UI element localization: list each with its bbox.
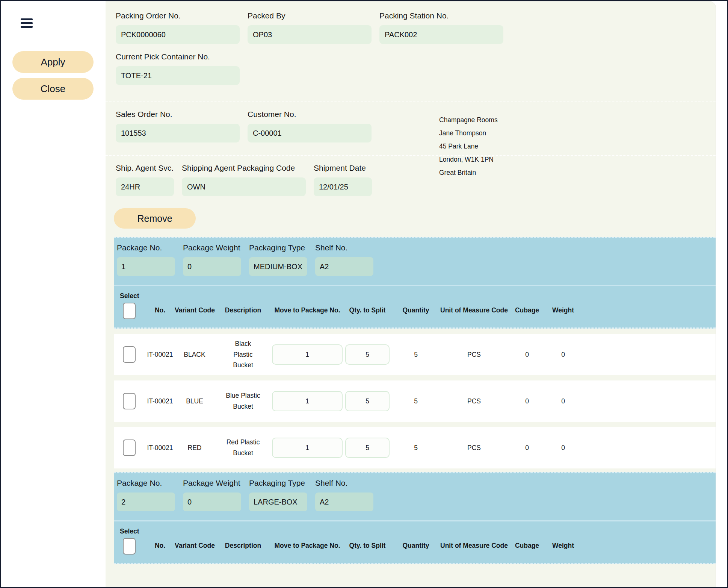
order-form: Packing Order No. Packed By Packing Stat… bbox=[106, 11, 716, 196]
ship-to-address: Champagne Rooms Jane Thompson 45 Park La… bbox=[439, 114, 498, 179]
cell-description: Blue Plastic Bucket bbox=[214, 390, 272, 412]
col-header-uom: Unit of Measure Code bbox=[440, 306, 508, 319]
cell-variant-code: BLUE bbox=[175, 396, 214, 407]
section-divider bbox=[106, 102, 716, 102]
cell-uom: PCS bbox=[440, 443, 508, 453]
package-weight-input[interactable] bbox=[183, 493, 241, 511]
package-header-labels: Package No. Package Weight Packaging Typ… bbox=[117, 479, 716, 488]
cell-move-to bbox=[272, 391, 343, 411]
shelf-no-label: Shelf No. bbox=[315, 243, 373, 252]
packing-station-input[interactable] bbox=[379, 25, 503, 44]
package-header-labels: Package No. Package Weight Packaging Typ… bbox=[117, 243, 716, 252]
cell-item-no: IT-00021 bbox=[145, 443, 175, 453]
customer-group: Customer No. bbox=[248, 110, 372, 142]
line-select-checkbox[interactable] bbox=[123, 346, 136, 363]
package-2-table-header: Select No. Variant Code Description Move… bbox=[114, 521, 716, 563]
ship-agent-svc-label: Ship. Agent Svc. bbox=[116, 164, 174, 173]
col-header-weight: Weight bbox=[546, 306, 580, 319]
package-weight-input[interactable] bbox=[183, 257, 241, 276]
select-label: Select bbox=[120, 292, 145, 300]
hamburger-bar bbox=[21, 18, 33, 20]
cell-uom: PCS bbox=[440, 349, 508, 360]
cell-item-no: IT-00021 bbox=[145, 349, 175, 360]
hamburger-bar bbox=[21, 26, 33, 28]
cell-cubage: 0 bbox=[508, 349, 546, 360]
address-company: Champagne Rooms bbox=[439, 114, 498, 127]
col-header-variant: Variant Code bbox=[175, 542, 214, 555]
sales-order-group: Sales Order No. bbox=[116, 110, 240, 142]
packaging-type-label: Packaging Type bbox=[249, 479, 307, 488]
select-all-checkbox[interactable] bbox=[123, 303, 136, 319]
package-1-header: Package No. Package Weight Packaging Typ… bbox=[114, 238, 716, 285]
package-line-row: IT-00021 BLACK Black Plastic Bucket 5 PC… bbox=[114, 334, 716, 375]
package-1-table-header: Select No. Variant Code Description Move… bbox=[114, 286, 716, 327]
address-country: Great Britain bbox=[439, 166, 498, 179]
move-to-package-input[interactable] bbox=[272, 391, 343, 411]
packed-by-input[interactable] bbox=[248, 25, 372, 44]
remove-button[interactable]: Remove bbox=[114, 208, 196, 229]
select-all-checkbox[interactable] bbox=[123, 538, 136, 555]
packed-by-label: Packed By bbox=[248, 11, 372, 20]
cell-quantity: 5 bbox=[392, 396, 440, 407]
packaging-type-label: Packaging Type bbox=[249, 243, 307, 252]
package-no-input[interactable] bbox=[117, 257, 175, 276]
customer-input[interactable] bbox=[248, 124, 372, 142]
cell-description: Black Plastic Bucket bbox=[214, 338, 272, 371]
cell-description: Red Plastic Bucket bbox=[214, 437, 272, 459]
form-row-shipping: Ship. Agent Svc. Shipping Agent Packagin… bbox=[116, 164, 705, 196]
qty-to-split-input[interactable] bbox=[345, 438, 390, 458]
packaging-type-input[interactable] bbox=[249, 493, 307, 511]
address-street: 45 Park Lane bbox=[439, 140, 498, 153]
col-header-uom: Unit of Measure Code bbox=[440, 542, 508, 555]
shipment-date-input[interactable] bbox=[314, 177, 372, 196]
package-weight-label: Package Weight bbox=[183, 479, 241, 488]
col-header-qty-split: Qty. to Split bbox=[343, 542, 392, 555]
col-header-weight: Weight bbox=[546, 542, 580, 555]
select-all-column: Select bbox=[114, 292, 145, 319]
move-to-package-input[interactable] bbox=[272, 438, 343, 458]
packed-by-group: Packed By bbox=[248, 11, 372, 44]
package-header-fields bbox=[117, 257, 716, 276]
section-divider bbox=[106, 155, 716, 156]
move-to-package-input[interactable] bbox=[272, 344, 343, 365]
pick-container-input[interactable] bbox=[116, 66, 240, 85]
customer-label: Customer No. bbox=[248, 110, 372, 119]
packing-order-group: Packing Order No. bbox=[116, 11, 240, 44]
ship-agent-svc-group: Ship. Agent Svc. bbox=[116, 164, 174, 196]
sidebar: Apply Close bbox=[1, 1, 106, 587]
shipment-date-group: Shipment Date bbox=[314, 164, 372, 196]
qty-to-split-input[interactable] bbox=[345, 344, 390, 365]
packaging-type-input[interactable] bbox=[249, 257, 307, 276]
select-cell bbox=[114, 393, 145, 409]
col-header-move-to: Move to Package No. bbox=[272, 306, 343, 319]
cell-qty-split bbox=[343, 344, 392, 365]
pick-container-group: Current Pick Container No. bbox=[116, 52, 705, 85]
shelf-no-input[interactable] bbox=[315, 257, 373, 276]
packing-order-input[interactable] bbox=[116, 25, 240, 44]
col-header-quantity: Quantity bbox=[392, 542, 440, 555]
col-header-move-to: Move to Package No. bbox=[272, 542, 343, 555]
packing-window: Apply Close Packing Order No. Packed By … bbox=[0, 0, 728, 588]
cell-item-no: IT-00021 bbox=[145, 396, 175, 407]
cell-weight: 0 bbox=[546, 396, 580, 407]
hamburger-bar bbox=[21, 22, 33, 24]
line-select-checkbox[interactable] bbox=[123, 393, 136, 409]
close-button[interactable]: Close bbox=[12, 78, 94, 100]
ship-agent-packaging-code-input[interactable] bbox=[182, 177, 306, 196]
cell-move-to bbox=[272, 438, 343, 458]
cell-uom: PCS bbox=[440, 396, 508, 407]
select-label: Select bbox=[120, 527, 145, 535]
shelf-no-input[interactable] bbox=[315, 493, 373, 511]
apply-button[interactable]: Apply bbox=[12, 51, 94, 73]
pick-container-label: Current Pick Container No. bbox=[116, 52, 705, 61]
package-no-input[interactable] bbox=[117, 493, 175, 511]
package-line-row: IT-00021 RED Red Plastic Bucket 5 PCS 0 … bbox=[114, 427, 716, 468]
cell-variant-code: BLACK bbox=[175, 349, 214, 360]
cell-qty-split bbox=[343, 391, 392, 411]
col-header-no: No. bbox=[145, 542, 175, 555]
ship-agent-svc-input[interactable] bbox=[116, 177, 174, 196]
line-select-checkbox[interactable] bbox=[123, 439, 136, 456]
qty-to-split-input[interactable] bbox=[345, 391, 390, 411]
hamburger-menu-icon[interactable] bbox=[21, 18, 33, 28]
sales-order-input[interactable] bbox=[116, 124, 240, 142]
